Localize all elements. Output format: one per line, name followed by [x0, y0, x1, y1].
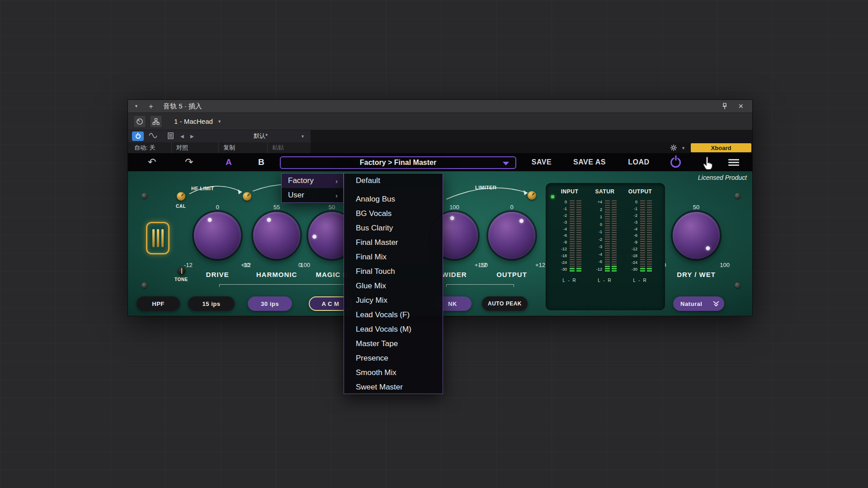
knob-indicator [450, 216, 454, 221]
menu-item[interactable]: Analog Bus [344, 192, 443, 206]
load-button[interactable]: LOAD [622, 153, 656, 171]
scale-tick: -1 [599, 230, 602, 234]
menu-item[interactable]: Presence [344, 351, 443, 366]
harmonic-knob[interactable] [253, 212, 300, 259]
menu-group-user[interactable]: User › [282, 188, 343, 202]
undo-icon[interactable]: ↶ [148, 153, 156, 171]
menu-item[interactable]: Bus Clarity [344, 221, 443, 235]
ips-30-button[interactable]: 30 ips [248, 296, 292, 311]
preset-toolbar-row: ◀ ▶ 默认* ▼ [128, 130, 752, 142]
preset-menu-groups: Factory › User › [281, 173, 344, 203]
scale-tick: -3 [563, 221, 567, 225]
redo-icon[interactable]: ↷ [185, 153, 193, 171]
ips-15-button[interactable]: 15 ips [188, 296, 235, 311]
limiter-knob[interactable] [528, 191, 536, 200]
plugin-power-icon[interactable] [670, 157, 681, 168]
save-as-button[interactable]: SAVE AS [561, 153, 618, 171]
scale-tick: 2 [600, 208, 602, 212]
preset-combo[interactable]: Factory > Final Master [280, 156, 516, 169]
scale-tick: -24 [632, 261, 637, 265]
preset-name-field[interactable]: 默认* [212, 131, 309, 141]
ab-slot-a-button[interactable]: A [226, 153, 232, 171]
menu-icon[interactable] [728, 159, 739, 167]
hf-limit-knob[interactable] [243, 192, 251, 201]
scale-tick: -12 [632, 247, 637, 251]
menu-item[interactable]: Lead Vocals (M) [344, 322, 443, 337]
group-bracket [446, 284, 514, 287]
add-insert-icon[interactable]: + [149, 103, 153, 110]
close-icon[interactable]: × [738, 102, 743, 110]
titlebar-dropdown-icon[interactable]: ▼ [134, 104, 138, 108]
group-bracket [219, 284, 355, 287]
scale-tick: -9 [634, 240, 637, 244]
sidechain-curve-icon[interactable] [149, 132, 157, 141]
plugin-selector[interactable]: 1 - MacHead ▼ [174, 117, 222, 125]
drive-min: -12 [184, 262, 193, 268]
knob-indicator [705, 245, 711, 251]
output-knob-unit: 0 -12 +12 OUTPUT [476, 204, 548, 281]
save-button[interactable]: SAVE [526, 153, 557, 171]
output-meter-label: OUTPUT [623, 188, 657, 195]
paste-button[interactable]: 粘贴 [267, 142, 288, 153]
drive-knob[interactable] [194, 212, 241, 259]
menu-item[interactable]: Final Master [344, 235, 443, 250]
hpf-button[interactable]: HPF [137, 296, 180, 311]
scale-tick: -24 [561, 261, 567, 265]
menu-item[interactable]: Final Mix [344, 250, 443, 264]
menu-item[interactable]: BG Vocals [344, 206, 443, 221]
auto-peak-button[interactable]: AUTO PEAK [482, 296, 528, 311]
automation-mode[interactable]: 自动: 关 [130, 142, 160, 153]
menu-item[interactable]: Final Touch [344, 264, 443, 279]
preset-menu-items: Default Analog Bus BG Vocals Bus Clarity… [344, 173, 443, 394]
satur-meter-bar-right [612, 200, 617, 272]
output-knob[interactable] [488, 212, 535, 259]
menu-item[interactable]: Master Tape [344, 337, 443, 351]
satur-meter: SATUR +4210-1-2-3-4-6-12 L - R [588, 188, 622, 283]
factory-label: Factory [288, 176, 314, 185]
pin-icon[interactable] [722, 103, 728, 112]
menu-item[interactable]: Lead Vocals (F) [344, 308, 443, 322]
submenu-arrow-icon: › [335, 177, 338, 185]
plugin-enable-button[interactable] [132, 131, 144, 141]
menu-item[interactable]: Glue Mix [344, 279, 443, 293]
cal-knob[interactable] [177, 192, 185, 201]
ab-slot-b-button[interactable]: B [258, 153, 264, 171]
menu-item[interactable]: Default [344, 174, 443, 188]
compare-button[interactable]: 对照 [171, 142, 193, 153]
window-titlebar: ▼ + 音轨 5 · 插入 × [128, 100, 752, 113]
dry-wet-knob[interactable] [673, 212, 720, 259]
input-lr-label: L - R [553, 278, 586, 283]
preset-list-icon[interactable] [168, 132, 174, 141]
scale-tick: -4 [563, 227, 567, 231]
preset-dropdown-icon[interactable]: ▼ [301, 134, 305, 139]
gear-dropdown-icon[interactable]: ▼ [681, 146, 685, 150]
input-meter-label: INPUT [553, 188, 586, 195]
harmonic-min: 10 [243, 262, 250, 268]
input-meter-scale: 0-1-2-3-4-6-9-12-18-24-30 [558, 200, 568, 272]
output-meter-bar-right [647, 200, 652, 272]
scale-tick: -4 [634, 227, 637, 231]
output-label: OUTPUT [476, 271, 548, 278]
next-preset-icon[interactable]: ▶ [190, 134, 194, 139]
limiter-label: LIMITER [475, 185, 497, 190]
routing-icon[interactable] [150, 115, 162, 128]
xboard-button[interactable]: Xboard [691, 143, 751, 152]
output-meter-bar-left [640, 200, 645, 272]
natural-select[interactable]: Natural [673, 296, 724, 311]
menu-group-factory[interactable]: Factory › [282, 174, 343, 188]
window-title: 音轨 5 · 插入 [163, 102, 202, 111]
dry-wet-label: DRY / WET [660, 271, 732, 278]
menu-item[interactable]: Smooth Mix [344, 366, 443, 380]
natural-label: Natural [680, 300, 702, 307]
plugin-selector-row: 1 - MacHead ▼ [128, 113, 752, 130]
previous-preset-icon[interactable]: ◀ [180, 134, 184, 139]
meter-panel: INPUT 0-1-2-3-4-6-9-12-18-24-30 L - R SA… [546, 183, 665, 310]
scale-tick: 0 [600, 223, 602, 227]
menu-item[interactable]: Juicy Mix [344, 293, 443, 308]
menu-item[interactable]: Sweet Master [344, 380, 443, 394]
bypass-knob-icon[interactable] [133, 115, 146, 128]
output-meter-scale: 0-1-2-3-4-6-9-12-18-24-30 [628, 200, 638, 272]
gear-icon[interactable] [670, 145, 677, 153]
copy-button[interactable]: 复制 [218, 142, 240, 153]
dry-wet-max: 100 [720, 262, 730, 268]
